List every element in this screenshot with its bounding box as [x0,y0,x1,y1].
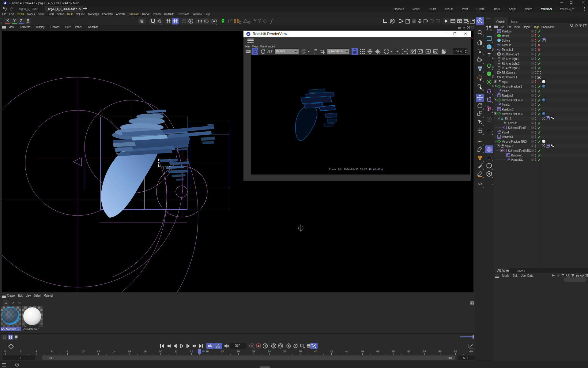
svg-text:PV: PV [434,51,438,53]
svg-text:A: A [258,344,260,348]
svg-text:RGB: RGB [302,51,306,53]
svg-text:A: A [217,344,219,347]
svg-text:T: T [488,53,491,58]
svg-text:G: G [379,52,380,54]
svg-text:Frame 25: 2024-05-30 09:26:46: Frame 25: 2024-05-30 09:26:46 (0.46s) [329,168,383,171]
svg-text:A: A [213,19,215,23]
svg-text:fx: fx [504,121,507,125]
